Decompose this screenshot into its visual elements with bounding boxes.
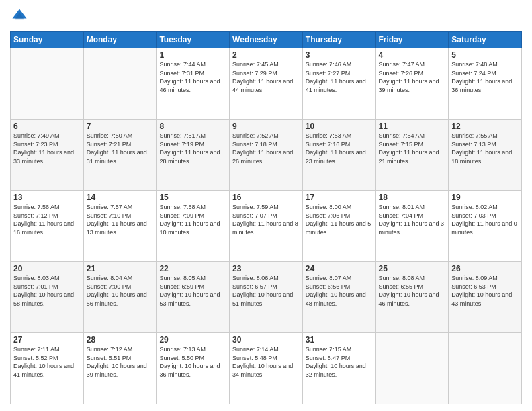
logo-icon (10, 7, 29, 26)
day-info: Sunrise: 8:04 AM Sunset: 7:00 PM Dayligh… (87, 274, 154, 308)
day-number: 30 (232, 335, 300, 345)
day-number: 5 (451, 50, 519, 60)
day-number: 19 (451, 193, 519, 202)
calendar-table: SundayMondayTuesdayWednesdayThursdayFrid… (10, 31, 522, 404)
calendar-cell: 12Sunrise: 7:55 AM Sunset: 7:13 PM Dayli… (449, 120, 522, 191)
calendar-cell: 5Sunrise: 7:48 AM Sunset: 7:24 PM Daylig… (449, 48, 522, 120)
day-info: Sunrise: 7:52 AM Sunset: 7:18 PM Dayligh… (232, 132, 300, 165)
calendar-cell: 18Sunrise: 8:01 AM Sunset: 7:04 PM Dayli… (375, 191, 449, 262)
week-row-1: 1Sunrise: 7:44 AM Sunset: 7:31 PM Daylig… (11, 48, 522, 120)
day-number: 23 (232, 264, 300, 273)
day-header-friday: Friday (375, 32, 449, 48)
day-number: 25 (379, 264, 446, 273)
day-header-sunday: Sunday (11, 32, 84, 48)
day-number: 14 (87, 193, 154, 202)
day-info: Sunrise: 7:11 AM Sunset: 5:52 PM Dayligh… (13, 345, 81, 379)
day-header-thursday: Thursday (302, 32, 375, 48)
day-number: 27 (13, 335, 81, 345)
day-info: Sunrise: 8:06 AM Sunset: 6:57 PM Dayligh… (232, 274, 300, 308)
calendar-cell: 30Sunrise: 7:14 AM Sunset: 5:48 PM Dayli… (230, 333, 303, 404)
day-number: 10 (306, 122, 373, 131)
calendar-cell (83, 48, 157, 120)
logo (10, 7, 32, 26)
calendar-cell: 24Sunrise: 8:07 AM Sunset: 6:56 PM Dayli… (302, 262, 375, 333)
week-row-4: 20Sunrise: 8:03 AM Sunset: 7:01 PM Dayli… (11, 262, 522, 333)
day-info: Sunrise: 7:58 AM Sunset: 7:09 PM Dayligh… (159, 203, 226, 236)
day-info: Sunrise: 7:51 AM Sunset: 7:19 PM Dayligh… (159, 132, 226, 165)
day-info: Sunrise: 7:44 AM Sunset: 7:31 PM Dayligh… (159, 60, 226, 94)
calendar-cell: 20Sunrise: 8:03 AM Sunset: 7:01 PM Dayli… (11, 262, 84, 333)
calendar-cell: 27Sunrise: 7:11 AM Sunset: 5:52 PM Dayli… (11, 333, 84, 404)
day-info: Sunrise: 7:13 AM Sunset: 5:50 PM Dayligh… (159, 345, 226, 379)
day-info: Sunrise: 8:05 AM Sunset: 6:59 PM Dayligh… (159, 274, 226, 308)
calendar-cell: 13Sunrise: 7:56 AM Sunset: 7:12 PM Dayli… (11, 191, 84, 262)
calendar-cell: 2Sunrise: 7:45 AM Sunset: 7:29 PM Daylig… (230, 48, 303, 120)
calendar-cell (449, 333, 522, 404)
calendar-cell (11, 48, 84, 120)
calendar-cell: 28Sunrise: 7:12 AM Sunset: 5:51 PM Dayli… (83, 333, 157, 404)
day-number: 3 (306, 50, 373, 60)
header (10, 7, 522, 26)
calendar-cell: 3Sunrise: 7:46 AM Sunset: 7:27 PM Daylig… (302, 48, 375, 120)
calendar-cell: 21Sunrise: 8:04 AM Sunset: 7:00 PM Dayli… (83, 262, 157, 333)
calendar-cell: 14Sunrise: 7:57 AM Sunset: 7:10 PM Dayli… (83, 191, 157, 262)
day-number: 21 (87, 264, 154, 273)
day-info: Sunrise: 7:55 AM Sunset: 7:13 PM Dayligh… (451, 132, 519, 165)
day-info: Sunrise: 7:59 AM Sunset: 7:07 PM Dayligh… (232, 203, 300, 236)
calendar-cell: 16Sunrise: 7:59 AM Sunset: 7:07 PM Dayli… (230, 191, 303, 262)
day-info: Sunrise: 7:15 AM Sunset: 5:47 PM Dayligh… (306, 345, 373, 379)
day-header-wednesday: Wednesday (230, 32, 303, 48)
calendar-cell: 29Sunrise: 7:13 AM Sunset: 5:50 PM Dayli… (157, 333, 230, 404)
day-info: Sunrise: 7:57 AM Sunset: 7:10 PM Dayligh… (87, 203, 154, 236)
day-info: Sunrise: 7:14 AM Sunset: 5:48 PM Dayligh… (232, 345, 300, 379)
calendar-cell (375, 333, 449, 404)
day-header-saturday: Saturday (449, 32, 522, 48)
day-info: Sunrise: 8:03 AM Sunset: 7:01 PM Dayligh… (13, 274, 81, 308)
day-number: 9 (232, 122, 300, 131)
day-number: 4 (379, 50, 446, 60)
day-info: Sunrise: 7:56 AM Sunset: 7:12 PM Dayligh… (13, 203, 81, 236)
day-number: 6 (13, 122, 81, 131)
calendar-cell: 22Sunrise: 8:05 AM Sunset: 6:59 PM Dayli… (157, 262, 230, 333)
day-number: 24 (306, 264, 373, 273)
day-number: 15 (159, 193, 226, 202)
day-number: 26 (451, 264, 519, 273)
day-info: Sunrise: 7:54 AM Sunset: 7:15 PM Dayligh… (379, 132, 446, 165)
day-number: 16 (232, 193, 300, 202)
day-number: 22 (159, 264, 226, 273)
day-number: 17 (306, 193, 373, 202)
day-info: Sunrise: 7:12 AM Sunset: 5:51 PM Dayligh… (87, 345, 154, 379)
day-number: 28 (87, 335, 154, 345)
calendar-cell: 10Sunrise: 7:53 AM Sunset: 7:16 PM Dayli… (302, 120, 375, 191)
week-row-3: 13Sunrise: 7:56 AM Sunset: 7:12 PM Dayli… (11, 191, 522, 262)
calendar-cell: 6Sunrise: 7:49 AM Sunset: 7:23 PM Daylig… (11, 120, 84, 191)
day-header-monday: Monday (83, 32, 157, 48)
day-number: 7 (87, 122, 154, 131)
day-number: 18 (379, 193, 446, 202)
day-number: 31 (306, 335, 373, 345)
calendar-cell: 11Sunrise: 7:54 AM Sunset: 7:15 PM Dayli… (375, 120, 449, 191)
calendar-cell: 26Sunrise: 8:09 AM Sunset: 6:53 PM Dayli… (449, 262, 522, 333)
day-info: Sunrise: 7:45 AM Sunset: 7:29 PM Dayligh… (232, 60, 300, 94)
day-info: Sunrise: 8:00 AM Sunset: 7:06 PM Dayligh… (306, 203, 373, 236)
calendar-cell: 19Sunrise: 8:02 AM Sunset: 7:03 PM Dayli… (449, 191, 522, 262)
calendar-cell: 31Sunrise: 7:15 AM Sunset: 5:47 PM Dayli… (302, 333, 375, 404)
day-info: Sunrise: 7:50 AM Sunset: 7:21 PM Dayligh… (87, 132, 154, 165)
calendar-cell: 23Sunrise: 8:06 AM Sunset: 6:57 PM Dayli… (230, 262, 303, 333)
calendar-cell: 4Sunrise: 7:47 AM Sunset: 7:26 PM Daylig… (375, 48, 449, 120)
page: SundayMondayTuesdayWednesdayThursdayFrid… (0, 0, 532, 411)
day-info: Sunrise: 8:09 AM Sunset: 6:53 PM Dayligh… (451, 274, 519, 308)
day-info: Sunrise: 7:48 AM Sunset: 7:24 PM Dayligh… (451, 60, 519, 94)
header-row: SundayMondayTuesdayWednesdayThursdayFrid… (11, 32, 522, 48)
day-number: 8 (159, 122, 226, 131)
day-info: Sunrise: 7:53 AM Sunset: 7:16 PM Dayligh… (306, 132, 373, 165)
calendar-cell: 8Sunrise: 7:51 AM Sunset: 7:19 PM Daylig… (157, 120, 230, 191)
calendar-cell: 7Sunrise: 7:50 AM Sunset: 7:21 PM Daylig… (83, 120, 157, 191)
day-number: 2 (232, 50, 300, 60)
calendar-cell: 17Sunrise: 8:00 AM Sunset: 7:06 PM Dayli… (302, 191, 375, 262)
day-info: Sunrise: 7:49 AM Sunset: 7:23 PM Dayligh… (13, 132, 81, 165)
week-row-2: 6Sunrise: 7:49 AM Sunset: 7:23 PM Daylig… (11, 120, 522, 191)
day-info: Sunrise: 8:02 AM Sunset: 7:03 PM Dayligh… (451, 203, 519, 236)
day-info: Sunrise: 8:08 AM Sunset: 6:55 PM Dayligh… (379, 274, 446, 308)
calendar-cell: 1Sunrise: 7:44 AM Sunset: 7:31 PM Daylig… (157, 48, 230, 120)
